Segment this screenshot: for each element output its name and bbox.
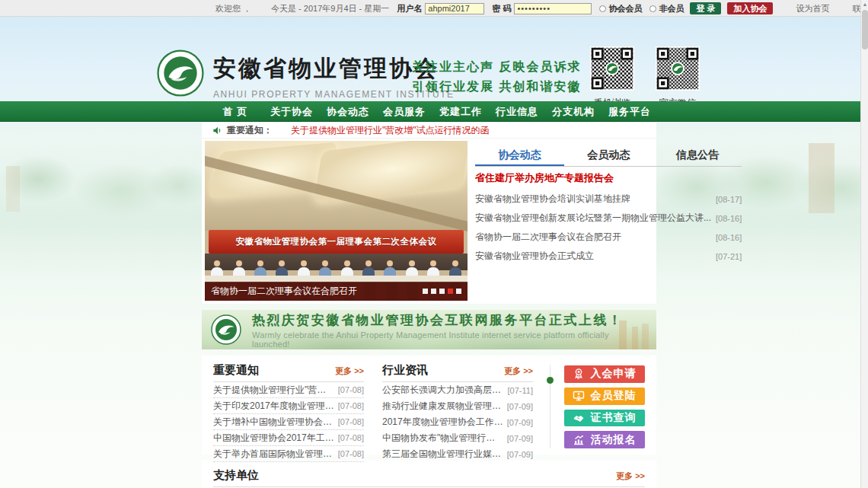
support-units-title: 支持单位 xyxy=(213,468,259,483)
password-label: 密 码 xyxy=(492,3,511,14)
tab-member-news[interactable]: 会员动态 xyxy=(564,144,653,166)
qr-mobile: 手机浏览 xyxy=(589,46,635,110)
main-content: 重要通知： 关于提供物业管理行业"营改增"试点运行情况的函 安徽省物业管理协会第… xyxy=(202,123,656,488)
news-item: 安徽省物业管理创新发展论坛暨第一期物业管理公益大讲... [08-16] xyxy=(475,209,742,228)
slogan-line1: 关注业主心声 反映会员诉求 xyxy=(412,57,581,77)
news-item-link[interactable]: 省物协一届二次理事会议在合肥召开 xyxy=(475,231,711,244)
activity-signup-button[interactable]: 活动报名 xyxy=(564,431,645,448)
slide-caption-text: 省物协一届二次理事会议在合肥召开 xyxy=(211,285,357,298)
industry-list-item: 中国物协发布"物业管理行业精神" [07-09] xyxy=(382,430,533,446)
green-dot xyxy=(547,377,554,384)
news-item: 省物协一届二次理事会议在合肥召开 [08-16] xyxy=(475,228,742,247)
swan-logo-icon xyxy=(157,49,204,97)
carousel-dot-5[interactable] xyxy=(456,289,461,294)
banner-logo xyxy=(211,314,241,345)
carousel-dots xyxy=(423,289,461,294)
industry-news-title: 行业资讯 xyxy=(382,363,428,378)
notice-item-link[interactable]: 关于举办首届国际物业管理产业博览会的... xyxy=(213,448,334,461)
nav-item-party-work[interactable]: 党建工作 xyxy=(432,101,489,122)
notice-list-item: 关于印发2017年度物业管理课题研究计划... [07-08] xyxy=(213,398,364,414)
slogan-line2: 引领行业发展 共创和谐安徽 xyxy=(412,77,581,97)
scrollbar-thumb[interactable] xyxy=(862,10,868,49)
news-item-date: [07-21] xyxy=(716,252,742,261)
news-item: 安徽省物业管理协会培训实训基地挂牌 [08-17] xyxy=(475,190,742,209)
news-item-date: [08-17] xyxy=(716,195,742,204)
notice-bar: 重要通知： 关于提供物业管理行业"营改增"试点运行情况的函 xyxy=(202,123,656,139)
industry-item-link[interactable]: 公安部长强调大力加强高层建筑消防安全... xyxy=(382,384,504,397)
nav-item-home[interactable]: 首 页 xyxy=(207,101,263,122)
news-tabs: 协会动态 会员动态 信息公告 xyxy=(475,144,742,167)
sections-card: 重要通知 更多 >> 关于提供物业管理行业"营改增"试点运... [07-08]… xyxy=(202,356,656,455)
login-button[interactable]: 登 录 xyxy=(690,2,721,14)
important-notices-more-link[interactable]: 更多 >> xyxy=(335,365,364,377)
news-item-link[interactable]: 安徽省物业管理创新发展论坛暨第一期物业管理公益大讲... xyxy=(475,212,711,225)
carousel-dot-3[interactable] xyxy=(439,289,445,294)
industry-news-section: 行业资讯 更多 >> 公安部长强调大力加强高层建筑消防安全... [07-11]… xyxy=(382,363,533,448)
join-button[interactable]: 加入协会 xyxy=(727,2,773,14)
certificate-query-button[interactable]: 证书查询 xyxy=(564,410,645,427)
username-input[interactable] xyxy=(425,3,484,14)
news-item-link[interactable]: 安徽省物业管理协会培训实训基地挂牌 xyxy=(475,193,711,206)
notice-item-link[interactable]: 关于增补中国物业管理协会第四届理事会... xyxy=(213,416,334,429)
carousel-dot-2[interactable] xyxy=(431,289,436,294)
nonmember-radio-label: 非会员 xyxy=(659,3,684,14)
page-root: 欢迎您 ， 今天是 - 2017年9月4日 - 星期一 用户名 密 码 协会会员… xyxy=(0,0,868,488)
notice-item-link[interactable]: 中国物业管理协会2017年工作要点 xyxy=(213,432,334,445)
industry-item-link[interactable]: 中国物协发布"物业管理行业精神" xyxy=(382,432,503,445)
member-radio-label: 协会会员 xyxy=(608,3,642,14)
support-units-more-link[interactable]: 更多 >> xyxy=(616,470,645,482)
membership-apply-button[interactable]: 入会申请 xyxy=(564,365,645,383)
notice-item-link[interactable]: 关于印发2017年度物业管理课题研究计划... xyxy=(213,400,334,413)
topbar: 欢迎您 ， 今天是 - 2017年9月4日 - 星期一 用户名 密 码 协会会员… xyxy=(0,0,860,17)
notice-item-link[interactable]: 关于提供物业管理行业"营改增"试点运... xyxy=(213,384,334,397)
monitor-user-icon xyxy=(573,390,585,402)
banner-title: 热烈庆贺安徽省物业管理协会互联网服务平台正式上线！ xyxy=(252,311,647,329)
nav-item-service-platform[interactable]: 服务平台 xyxy=(602,101,658,122)
carousel-dot-4[interactable] xyxy=(448,289,453,294)
industry-item-link[interactable]: 第三届全国物业管理行业媒体工作交流会... xyxy=(382,448,503,461)
tab-announcements[interactable]: 信息公告 xyxy=(653,144,742,166)
nav-item-industry-info[interactable]: 行业信息 xyxy=(489,101,545,122)
scrollbar-up-arrow[interactable]: ▲ xyxy=(861,0,868,9)
slide-caption: 省物协一届二次理事会议在合肥召开 xyxy=(205,282,468,301)
news-item-link[interactable]: 安徽省物业管理协会正式成立 xyxy=(475,250,711,263)
news-item-date: [08-16] xyxy=(716,214,742,223)
scrollbar[interactable]: ▲ xyxy=(860,0,868,488)
industry-item-link[interactable]: 2017年度物业管理协会工作座谈会在烟台... xyxy=(382,416,503,429)
carousel-slide[interactable]: 安徽省物业管理协会第一届理事会第二次全体会议 xyxy=(205,141,468,301)
industry-list-item: 推动行业健康发展物业管理协会工作座谈... [07-09] xyxy=(382,398,533,414)
important-notices-title: 重要通知 xyxy=(213,363,259,378)
set-home-link[interactable]: 设为首页 xyxy=(796,3,829,14)
member-radio[interactable] xyxy=(599,5,606,12)
top-card: 重要通知： 关于提供物业管理行业"营改增"试点运行情况的函 安徽省物业管理协会第… xyxy=(202,123,656,304)
member-login-button[interactable]: 会员登陆 xyxy=(564,388,645,405)
industry-item-link[interactable]: 推动行业健康发展物业管理协会工作座谈... xyxy=(382,400,503,413)
news-item-date: [08-16] xyxy=(716,233,742,242)
news-headline[interactable]: 省住建厅举办房地产专题报告会 xyxy=(475,167,742,190)
tab-association-news[interactable]: 协会动态 xyxy=(475,144,564,166)
notice-link[interactable]: 关于提供物业管理行业"营改增"试点运行情况的函 xyxy=(291,124,490,137)
nav-item-branches[interactable]: 分支机构 xyxy=(545,101,602,122)
main-nav: 首 页 关于协会 协会动态 会员服务 党建工作 行业信息 分支机构 服务平台 xyxy=(0,101,868,122)
swan-logo-icon xyxy=(211,314,241,345)
qr-wechat: 官方微信 xyxy=(655,46,700,110)
site-logo xyxy=(157,49,204,97)
chart-icon xyxy=(573,434,585,446)
nav-item-association-news[interactable]: 协会动态 xyxy=(320,101,376,122)
news-list: 安徽省物业管理协会培训实训基地挂牌 [08-17] 安徽省物业管理创新发展论坛暨… xyxy=(475,190,742,266)
industry-list-item: 公安部长强调大力加强高层建筑消防安全... [07-11] xyxy=(382,382,533,398)
nonmember-radio[interactable] xyxy=(649,5,656,12)
carousel-dot-1[interactable] xyxy=(423,289,428,294)
qr-mobile-icon xyxy=(590,46,634,91)
quick-buttons: 入会申请 会员登陆 证书查询 xyxy=(564,363,645,448)
banner-subtitle: Warmly celebrate the Anhui Property Mana… xyxy=(252,330,647,349)
nav-item-about[interactable]: 关于协会 xyxy=(263,101,320,122)
nav-item-member-services[interactable]: 会员服务 xyxy=(376,101,432,122)
news-item: 安徽省物业管理协会正式成立 [07-21] xyxy=(475,247,742,266)
celebration-banner[interactable]: 热烈庆贺安徽省物业管理协会互联网服务平台正式上线！ Warmly celebra… xyxy=(202,310,656,349)
notice-list-item: 关于举办首届国际物业管理产业博览会的... [07-08] xyxy=(213,446,364,462)
password-input[interactable] xyxy=(514,3,592,14)
industry-news-more-link[interactable]: 更多 >> xyxy=(504,365,533,377)
username-label: 用户名 xyxy=(397,3,422,14)
notice-list-item: 关于提供物业管理行业"营改增"试点运... [07-08] xyxy=(213,382,364,398)
